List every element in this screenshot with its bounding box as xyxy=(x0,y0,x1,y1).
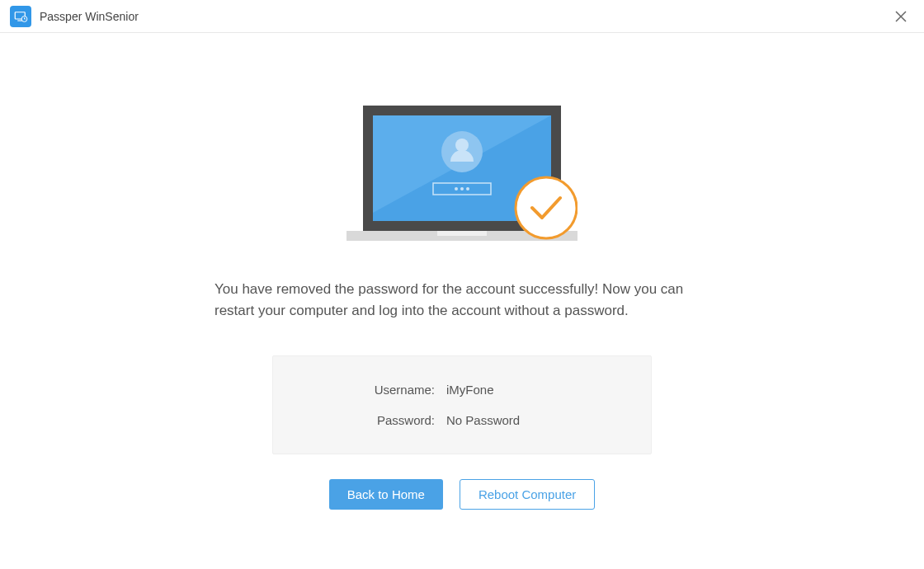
account-info-box: Username: iMyFone Password: No Password xyxy=(272,355,652,454)
svg-point-13 xyxy=(516,177,577,238)
titlebar-left: Passper WinSenior xyxy=(10,6,139,27)
app-logo-icon xyxy=(10,6,31,27)
back-home-button[interactable]: Back to Home xyxy=(329,479,443,510)
main-content: You have removed the password for the ac… xyxy=(0,33,924,510)
username-label: Username: xyxy=(273,383,446,397)
reboot-button[interactable]: Reboot Computer xyxy=(460,479,595,510)
username-row: Username: iMyFone xyxy=(273,374,651,405)
svg-point-12 xyxy=(466,187,469,190)
titlebar: Passper WinSenior xyxy=(0,0,924,33)
close-icon xyxy=(895,11,907,22)
success-illustration xyxy=(346,106,578,241)
svg-point-11 xyxy=(460,187,464,190)
username-value: iMyFone xyxy=(446,383,494,397)
password-row: Password: No Password xyxy=(273,405,651,435)
password-label: Password: xyxy=(273,413,446,427)
close-button[interactable] xyxy=(888,3,914,30)
svg-point-8 xyxy=(455,139,469,152)
svg-rect-4 xyxy=(437,231,487,236)
button-row: Back to Home Reboot Computer xyxy=(329,479,596,510)
password-value: No Password xyxy=(446,413,520,427)
success-message: You have removed the password for the ac… xyxy=(214,279,710,322)
app-title: Passper WinSenior xyxy=(40,10,139,23)
svg-point-10 xyxy=(455,187,458,190)
